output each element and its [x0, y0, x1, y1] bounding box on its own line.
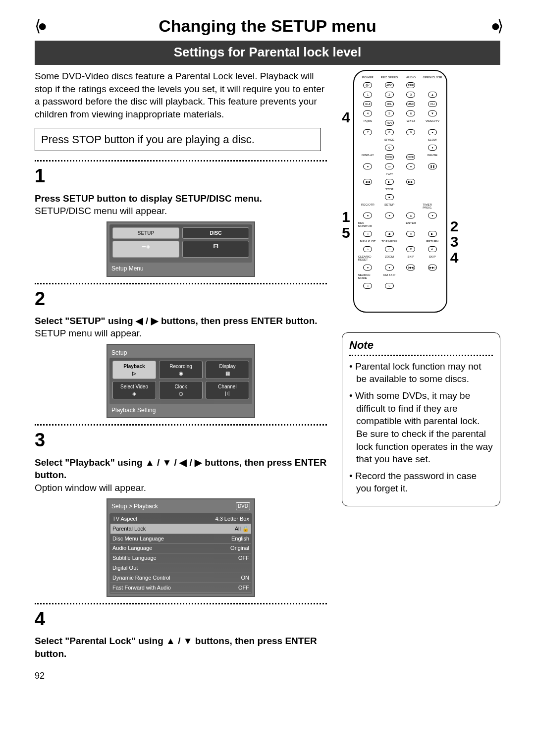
remote-button	[358, 172, 378, 175]
remote-button: 1	[358, 91, 378, 98]
title-row: Changing the SETUP menu	[35, 15, 500, 38]
screen3-row: Dynamic Range ControlON	[110, 573, 251, 583]
note-list: Parental lock function may not be availa…	[349, 360, 493, 495]
remote-button	[423, 273, 442, 279]
step-3-title-a: Select "Playback" using	[35, 457, 145, 468]
remote-button	[423, 282, 442, 289]
divider	[35, 603, 327, 604]
remote-button: DEF	[401, 82, 421, 88]
remote-button: ▶	[423, 230, 442, 237]
remote-button: ●	[358, 163, 378, 169]
step-2-arrows: ◀ / ▶	[136, 315, 159, 327]
page-number: 92	[35, 670, 500, 682]
remote-button	[401, 172, 421, 175]
remote-button: ▶	[379, 178, 399, 185]
remote-button: PLAY	[379, 172, 399, 175]
remote-button: ●	[358, 264, 378, 270]
remote-button	[401, 203, 421, 209]
remote-button: TIMER PROG.	[423, 203, 442, 209]
remote-control: POWERREC SPEEDAUDIOOPEN/CLOSE@/.ABCDEF 1…	[353, 70, 447, 313]
remote-button: ○	[379, 282, 399, 289]
remote-button: ▶▶	[401, 178, 421, 185]
remote-button: ▼	[423, 110, 442, 116]
remote-button: ○	[379, 246, 399, 252]
step-4-number: 4	[35, 606, 327, 632]
callout-4-top: 4	[342, 109, 350, 125]
remote-button	[401, 240, 421, 243]
remote-button: OPEN/CLOSE	[423, 76, 442, 79]
remote-button	[423, 194, 442, 200]
screen1-setup-cell: SETUP	[112, 227, 179, 239]
step-4-title: Select "Parental Lock" using ▲ / ▼ butto…	[35, 635, 327, 660]
screen3-row: Digital Out	[110, 563, 251, 573]
remote-button: REC SPEED	[379, 76, 399, 79]
remote-button	[423, 172, 442, 175]
callout-1: 1	[342, 209, 350, 225]
screen2-caption: Playback Setting	[109, 404, 252, 415]
screen1-setup-icon: ☰◈	[112, 241, 179, 258]
step-4-arrows: ▲ / ▼	[166, 635, 192, 648]
remote-button: @/.	[358, 82, 378, 88]
remote-button	[423, 82, 442, 88]
remote-button: ZOOM	[379, 255, 399, 261]
screen3-row: Audio LanguageOriginal	[110, 543, 251, 553]
remote-button	[423, 178, 442, 185]
remote-button: SKIP	[423, 255, 442, 261]
screen3-row: Subtitle LanguageOFF	[110, 553, 251, 563]
decor-left	[35, 15, 44, 37]
remote-callouts-left: 4 1 5	[342, 70, 350, 241]
remote-button: 6	[401, 110, 421, 116]
remote-button: 4	[358, 110, 378, 116]
remote-button: GHI	[358, 101, 378, 107]
remote-button	[423, 221, 442, 227]
step-1-title: Press SETUP button to display SETUP/DISC…	[35, 192, 327, 205]
screen-setup-disc: SETUP DISC ☰◈ 🎞 Setup Menu	[107, 221, 255, 277]
remote-button	[401, 144, 421, 151]
screen3-header: Setup > Playback	[111, 502, 158, 510]
remote-button: ABC	[379, 82, 399, 88]
remote-button: ◀	[379, 230, 399, 237]
step-4-title-a: Select "Parental Lock" using	[35, 636, 166, 646]
page-title: Changing the SETUP menu	[49, 15, 485, 38]
step-1-number: 1	[35, 163, 327, 189]
remote-button: ↵	[423, 246, 442, 252]
note-item: Record the password in case you forget i…	[349, 470, 493, 495]
screen3-row: Parental LockAll 🔒	[110, 524, 251, 534]
remote-button: MNO	[401, 101, 421, 107]
remote-button: TOP MENU	[379, 240, 399, 243]
remote-button	[401, 273, 421, 279]
remote-button: PAUSE	[423, 154, 442, 160]
remote-button: ●	[358, 212, 378, 218]
remote-button: AUDIO	[401, 76, 421, 79]
remote-button: STOP	[379, 188, 399, 191]
remote-button	[358, 138, 378, 141]
remote-button: 7	[358, 129, 378, 135]
remote-button: ●	[423, 212, 442, 218]
remote-button	[358, 194, 378, 200]
callout-2: 2	[450, 218, 459, 234]
remote-button: SETUP	[379, 203, 399, 209]
remote-button: ●	[401, 163, 421, 169]
remote-button	[401, 188, 421, 191]
step-3-title: Select "Playback" using ▲ / ▼ / ◀ / ▶ bu…	[35, 456, 327, 482]
screen2-cell-clock: Clock◷	[159, 381, 203, 399]
remote-button: |◀◀	[401, 264, 421, 270]
remote-button: ○	[358, 246, 378, 252]
side-column: 4 1 5 POWERREC SPEEDAUDIOOPEN/CLOSE@/.AB…	[342, 70, 500, 506]
screen3-badge: DVD	[236, 502, 250, 510]
remote-button: ●	[379, 212, 399, 218]
remote-button: DISPLAY	[358, 154, 378, 160]
remote-button: ●	[379, 264, 399, 270]
divider	[35, 283, 327, 284]
remote-button: JKL	[379, 101, 399, 107]
remote-callouts-right: 2 3 4	[450, 70, 459, 266]
screen2-cell-channel: Channel〣	[206, 381, 249, 399]
note-box: Note Parental lock function may not be a…	[342, 332, 500, 506]
step-1-body: SETUP/DISC menu will appear.	[35, 205, 327, 217]
remote-button: CM SKIP	[379, 273, 399, 279]
stop-hint-box: Press STOP button if you are playing a d…	[35, 128, 321, 152]
remote-button: CLEAR/C-RESET	[358, 255, 378, 261]
callout-3: 3	[450, 234, 459, 250]
remote-button: ▲	[401, 212, 421, 218]
remote-button: ▶▶|	[423, 264, 442, 270]
